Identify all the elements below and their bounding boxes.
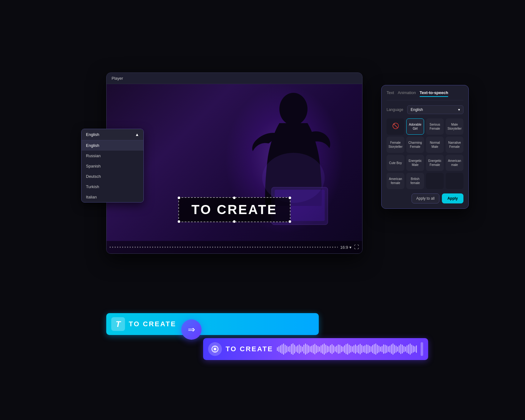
handle-tl[interactable] — [178, 197, 180, 199]
wave-bar — [294, 345, 295, 353]
wave-bar — [330, 345, 331, 353]
handle-tm[interactable] — [233, 197, 236, 199]
text-track[interactable]: T TO CREATE — [106, 313, 319, 335]
svg-point-5 — [214, 348, 216, 350]
tab-tts[interactable]: Text-to-speech — [420, 90, 448, 97]
tab-animation[interactable]: Animation — [398, 90, 416, 97]
voice-cell-disabled[interactable]: 🚫 — [387, 118, 404, 135]
ratio-badge[interactable]: 16:9 ▾ — [340, 245, 352, 250]
wave-bar — [352, 346, 353, 352]
text-track-label: TO CREATE — [129, 320, 176, 328]
svg-point-0 — [279, 93, 308, 125]
selected-language: English — [86, 132, 99, 137]
voice-cell-empty-2 — [446, 173, 463, 189]
handle-br[interactable] — [288, 220, 291, 223]
wave-bar — [402, 345, 403, 353]
wave-bar — [347, 343, 348, 355]
voice-cell-narrative-female[interactable]: NarrativeFemale — [446, 137, 463, 153]
voice-cell-charming-female[interactable]: CharmingFemale — [406, 137, 424, 153]
wave-bar — [392, 343, 393, 355]
wave-bar — [397, 347, 398, 352]
wave-bar — [322, 344, 323, 354]
wave-bar — [307, 344, 308, 354]
tts-actions: Apply to all Apply — [387, 193, 463, 203]
wave-bar — [308, 345, 309, 353]
voice-cell-serious-female[interactable]: SeriousFemale — [426, 118, 444, 135]
voice-cell-energetic-male[interactable]: EnergeticMale — [406, 155, 424, 171]
player-window: Player — [106, 72, 362, 254]
voices-grid: 🚫 AdorableGirl SeriousFemale MaleStoryte… — [387, 118, 463, 189]
wave-bar — [364, 345, 365, 353]
wave-bar — [372, 345, 373, 353]
lang-option-deutsch[interactable]: Deutsch — [82, 171, 143, 182]
wave-bar — [407, 345, 408, 353]
wave-bar — [289, 346, 290, 352]
language-dropdown-panel: English ▲ English Russian Spanish Deutsc… — [81, 129, 144, 202]
wave-bar — [357, 346, 358, 352]
voice-cell-american-male[interactable]: Americanmale — [446, 155, 463, 171]
wave-bar — [332, 344, 332, 354]
audio-track-label: TO CREATE — [226, 345, 273, 353]
wave-bar — [338, 344, 339, 354]
voice-cell-cute-boy[interactable]: Cute Boy — [387, 155, 404, 171]
wave-bar — [303, 345, 304, 353]
wave-bar — [391, 344, 392, 354]
fullscreen-icon[interactable]: ⛶ — [354, 244, 359, 250]
wave-bar — [369, 346, 370, 352]
wave-bar — [416, 345, 417, 353]
wave-bar — [385, 345, 386, 353]
voice-cell-adorable-girl[interactable]: AdorableGirl — [406, 118, 424, 135]
language-dropdown-header[interactable]: English ▲ — [82, 129, 143, 140]
handle-bl[interactable] — [178, 220, 180, 223]
wave-bar — [368, 345, 368, 353]
tts-language-select[interactable]: English ▾ — [407, 105, 463, 114]
wave-bar — [410, 343, 411, 355]
wave-bar — [327, 346, 328, 352]
lang-option-turkish[interactable]: Turkish — [82, 182, 143, 192]
wave-bar — [378, 346, 379, 352]
wave-bar — [375, 343, 376, 355]
voice-cell-normal-male[interactable]: NormalMale — [426, 137, 444, 153]
voice-cell-female-storyteller[interactable]: FemaleStoryteller — [387, 137, 404, 153]
wave-bar — [305, 343, 306, 355]
wave-bar — [296, 346, 297, 352]
wave-bar — [389, 346, 390, 352]
wave-bar — [383, 344, 384, 354]
wave-bar — [342, 347, 343, 352]
lang-option-spanish[interactable]: Spanish — [82, 161, 143, 171]
audio-track[interactable]: TO CREATE — [203, 338, 428, 360]
lang-option-italian[interactable]: Italian — [82, 192, 143, 202]
timeline-bar: 16:9 ▾ ⛶ — [107, 241, 362, 253]
wave-bar — [324, 343, 325, 355]
wave-bar — [313, 345, 314, 353]
handle-bm[interactable] — [233, 220, 236, 223]
wave-bar — [328, 346, 329, 352]
apply-button[interactable]: Apply — [442, 193, 463, 203]
tab-text[interactable]: Text — [387, 90, 394, 97]
lang-option-russian[interactable]: Russian — [82, 151, 143, 161]
wave-bar — [300, 346, 301, 352]
apply-all-button[interactable]: Apply to all — [412, 193, 439, 203]
text-overlay-box[interactable]: TO CREATE — [178, 197, 291, 222]
wave-bar — [292, 343, 293, 355]
handle-tr[interactable] — [288, 197, 291, 199]
audio-track-end — [421, 342, 423, 356]
wave-bar — [285, 345, 286, 353]
tts-tabs: Text Animation Text-to-speech — [387, 90, 463, 100]
tts-language-row: Language English ▾ — [387, 105, 463, 114]
lang-option-english[interactable]: English — [82, 140, 143, 151]
wave-bar — [363, 346, 364, 352]
voice-cell-energetic-female[interactable]: EnergeticFemale — [426, 155, 444, 171]
wave-bar — [325, 345, 326, 353]
voice-cell-american-female[interactable]: Americanfemale — [387, 173, 404, 189]
chevron-down-icon: ▾ — [458, 108, 460, 112]
wave-bar — [382, 346, 382, 352]
voice-cell-male-storyteller[interactable]: MaleStoryteller — [446, 118, 463, 135]
wave-bar — [353, 345, 354, 353]
convert-badge[interactable]: ⇒ — [181, 319, 202, 340]
wave-bar — [349, 345, 350, 353]
wave-bar — [377, 345, 378, 353]
wave-bar — [371, 346, 372, 352]
wave-bar — [283, 343, 284, 355]
voice-cell-british-female[interactable]: Britishfemale — [406, 173, 424, 189]
